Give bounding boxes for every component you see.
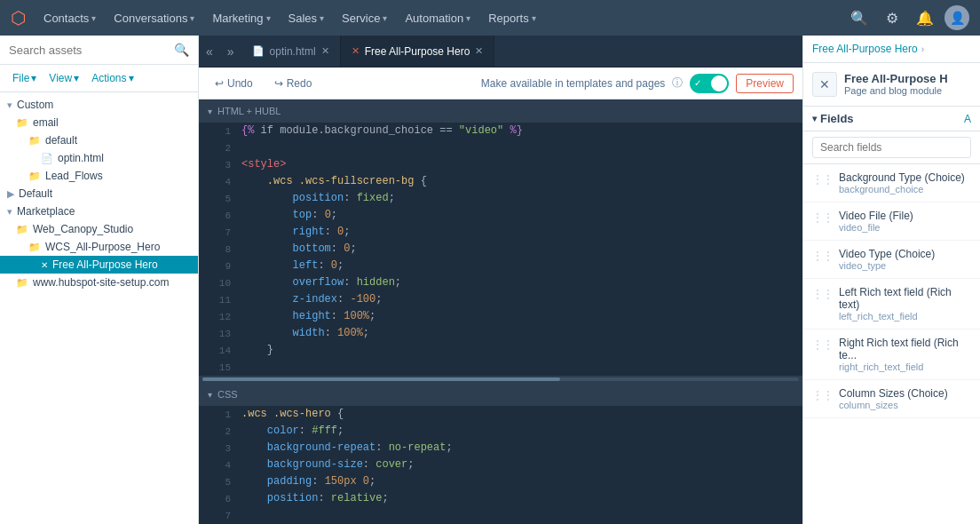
code-line: 9 left: 0; [199, 258, 802, 274]
tab-optin[interactable]: 📄 optin.html ✕ [241, 36, 341, 67]
chevron-down-icon: ▾ [31, 72, 36, 84]
code-line: 7 [199, 507, 802, 524]
redo-icon: ↪ [274, 77, 283, 90]
module-subtitle: Page and blog module [844, 85, 948, 96]
chevron-down-icon: ▾ [129, 72, 134, 84]
code-line: 5 position: fixed; [199, 190, 802, 207]
search-icon[interactable]: 🔍 [843, 6, 875, 30]
sidebar-item-default[interactable]: 📁 default [0, 131, 198, 149]
html-scrollbar[interactable] [199, 376, 802, 383]
toggle-switch[interactable]: ✓ [690, 74, 729, 93]
nav-reports[interactable]: Reports ▾ [481, 8, 543, 28]
sidebar-item-optin[interactable]: 📄 optin.html [0, 149, 198, 167]
code-line: 2 [199, 139, 802, 156]
css-section-header[interactable]: ▾ CSS [199, 383, 802, 406]
search-input[interactable] [9, 44, 169, 57]
code-line: 6 top: 0; [199, 207, 802, 224]
tab-bar: « » 📄 optin.html ✕ ✕ Free All-Purpose He… [199, 36, 802, 67]
css-code-content[interactable]: 1 .wcs .wcs-hero { 2 color: #fff; 3 back… [199, 406, 802, 524]
close-icon[interactable]: ✕ [321, 45, 329, 57]
right-panel: Free All-Purpose Hero › ✕ Free All-Purpo… [802, 36, 980, 524]
folder-icon: 📁 [16, 277, 28, 289]
sidebar-item-web-canopy[interactable]: 📁 Web_Canopy_Studio [0, 220, 198, 238]
chevron-down-icon: ▾ [383, 13, 387, 23]
field-item[interactable]: ⋮⋮ Right Rich text field (Rich te... rig… [803, 329, 980, 380]
folder-icon: 📁 [28, 171, 41, 182]
editor-area: « » 📄 optin.html ✕ ✕ Free All-Purpose He… [199, 36, 802, 524]
tab-nav-left[interactable]: « [199, 36, 220, 67]
nav-marketing[interactable]: Marketing ▾ [205, 8, 277, 28]
avatar[interactable]: 👤 [944, 5, 969, 30]
code-editor: ▾ HTML + HUBL 1 {% if module.background_… [199, 99, 802, 524]
module-title: Free All-Purpose H [844, 72, 948, 85]
undo-button[interactable]: ↩ Undo [208, 75, 260, 92]
chevron-down-icon: ▾ [812, 114, 817, 123]
code-line: 15 [199, 359, 802, 376]
tab-hero[interactable]: ✕ Free All-Purpose Hero ✕ [341, 36, 495, 67]
fields-search [803, 131, 980, 164]
code-line: 6 position: relative; [199, 490, 802, 507]
field-item[interactable]: ⋮⋮ Video Type (Choice) video_type [803, 241, 980, 279]
sidebar-item-marketplace[interactable]: ▾ Marketplace [0, 202, 198, 220]
nav-conversations[interactable]: Conversations ▾ [107, 8, 202, 28]
fields-action-link[interactable]: A [964, 113, 971, 125]
code-line: 7 right: 0; [199, 224, 802, 241]
nav-service[interactable]: Service ▾ [335, 8, 394, 28]
module-info: ✕ Free All-Purpose H Page and blog modul… [803, 63, 980, 107]
field-item[interactable]: ⋮⋮ Background Type (Choice) background_c… [803, 164, 980, 202]
chevron-down-icon: ▾ [208, 390, 212, 400]
preview-button[interactable]: Preview [736, 74, 794, 93]
close-icon[interactable]: ✕ [475, 45, 483, 57]
sidebar-item-free-hero[interactable]: ✕ Free All-Purpose Hero [0, 256, 198, 274]
sidebar-item-hubspot-site[interactable]: 📁 www.hubspot-site-setup.com [0, 274, 198, 291]
code-line: 5 padding: 150px 0; [199, 473, 802, 490]
check-icon: ✓ [694, 78, 701, 88]
file-toolbar: File ▾ View ▾ Actions ▾ [0, 65, 198, 92]
search-icon[interactable]: 🔍 [174, 43, 189, 57]
code-line: 13 width: 100%; [199, 325, 802, 342]
sidebar-item-default-section[interactable]: ▶ Default [0, 185, 198, 202]
module-icon: ✕ [812, 72, 837, 97]
search-bar: 🔍 [0, 36, 198, 65]
redo-button[interactable]: ↪ Redo [267, 75, 320, 92]
chevron-down-icon: ▾ [466, 13, 470, 23]
actions-menu-button[interactable]: Actions ▾ [88, 70, 137, 86]
field-item[interactable]: ⋮⋮ Column Sizes (Choice) column_sizes [803, 380, 980, 418]
undo-icon: ↩ [215, 77, 224, 90]
code-line: 12 height: 100%; [199, 308, 802, 325]
file-icon: 📄 [252, 45, 265, 57]
sidebar-item-lead-flows[interactable]: 📁 Lead_Flows [0, 167, 198, 185]
html-section-header[interactable]: ▾ HTML + HUBL [199, 99, 802, 123]
file-menu-button[interactable]: File ▾ [9, 70, 40, 86]
code-line: 10 overflow: hidden; [199, 274, 802, 291]
settings-icon[interactable]: ⚙ [879, 6, 905, 30]
notifications-icon[interactable]: 🔔 [909, 6, 941, 30]
code-line: 4 background-size: cover; [199, 457, 802, 473]
sidebar-item-custom[interactable]: ▾ Custom [0, 96, 198, 114]
sidebar-item-wcs-hero[interactable]: 📁 WCS_All-Purpose_Hero [0, 238, 198, 256]
chevron-right-icon: › [921, 44, 924, 54]
html-code-content[interactable]: 1 {% if module.background_choice == "vid… [199, 123, 802, 376]
sidebar-item-email[interactable]: 📁 email [0, 114, 198, 131]
folder-icon: 📁 [16, 224, 28, 235]
tab-nav-right[interactable]: » [220, 36, 241, 67]
nav-automation[interactable]: Automation ▾ [398, 8, 478, 28]
info-icon: ⓘ [672, 75, 683, 91]
hubspot-logo: ⬡ [11, 7, 26, 28]
chevron-down-icon: ▾ [190, 13, 194, 23]
view-menu-button[interactable]: View ▾ [45, 70, 83, 86]
field-item[interactable]: ⋮⋮ Left Rich text field (Rich text) left… [803, 279, 980, 329]
breadcrumb-link[interactable]: Free All-Purpose Hero [812, 43, 918, 55]
sidebar: 🔍 File ▾ View ▾ Actions ▾ ▾ Custom [0, 36, 199, 524]
module-details: Free All-Purpose H Page and blog module [844, 72, 948, 96]
css-section: ▾ CSS 1 .wcs .wcs-hero { 2 color: #fff; … [199, 383, 802, 524]
drag-handle-icon: ⋮⋮ [812, 288, 834, 300]
field-item[interactable]: ⋮⋮ Video File (File) video_file [803, 202, 980, 241]
drag-handle-icon: ⋮⋮ [812, 211, 834, 224]
fields-search-input[interactable] [812, 137, 971, 158]
chevron-down-icon: ▾ [7, 99, 12, 111]
code-line: 14 } [199, 342, 802, 359]
nav-contacts[interactable]: Contacts ▾ [36, 8, 103, 28]
nav-sales[interactable]: Sales ▾ [281, 8, 332, 28]
main-layout: 🔍 File ▾ View ▾ Actions ▾ ▾ Custom [0, 36, 980, 524]
